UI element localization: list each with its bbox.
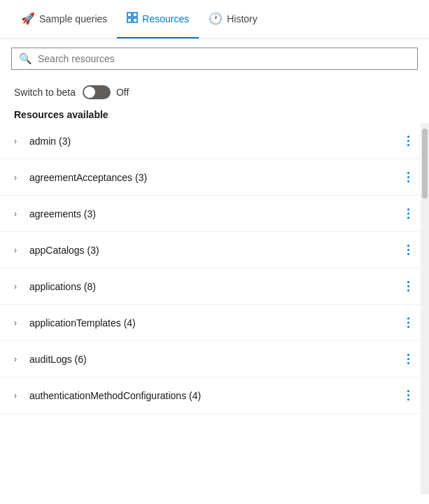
resources-list-container: › admin (3) › agreementAcceptances (3) ›… [0, 123, 429, 494]
resource-name: agreementAcceptances (3) [29, 172, 147, 183]
list-item[interactable]: › auditLogs (6) [0, 341, 421, 377]
svg-rect-0 [127, 13, 132, 17]
dot2 [407, 358, 409, 360]
search-input[interactable] [38, 53, 410, 64]
resource-name: appCatalogs (3) [29, 245, 99, 256]
dot3 [407, 398, 409, 401]
resource-name: agreements (3) [29, 208, 96, 219]
resource-left: › authenticationMethodConfigurations (4) [14, 390, 201, 401]
dot3 [407, 144, 409, 146]
dot1 [407, 390, 409, 392]
dot1 [407, 208, 409, 210]
beta-toggle[interactable] [83, 85, 111, 99]
svg-rect-3 [133, 18, 137, 22]
svg-rect-2 [127, 18, 132, 22]
tab-sample-queries[interactable]: 🚀 Sample queries [11, 0, 117, 38]
more-options-button[interactable] [403, 206, 414, 222]
list-item[interactable]: › appCatalogs (3) [0, 232, 421, 268]
resource-actions [403, 242, 416, 258]
resource-actions [403, 315, 416, 331]
more-options-button[interactable] [403, 169, 414, 185]
list-item[interactable]: › applicationTemplates (4) [0, 305, 421, 341]
scrollbar-thumb [422, 129, 428, 199]
tab-history[interactable]: 🕐 History [199, 0, 267, 38]
chevron-right-icon: › [14, 282, 24, 291]
resource-actions [403, 278, 416, 294]
dot3 [407, 326, 409, 328]
dot2 [407, 322, 409, 324]
chevron-right-icon: › [14, 391, 24, 401]
list-item[interactable]: › applications (8) [0, 268, 421, 305]
chevron-right-icon: › [14, 318, 24, 328]
resource-name: authenticationMethodConfigurations (4) [29, 390, 201, 401]
resource-name: auditLogs (6) [29, 354, 87, 365]
history-icon: 🕐 [209, 12, 223, 25]
beta-label: Switch to beta [14, 87, 76, 98]
more-options-button[interactable] [403, 351, 414, 367]
more-options-button[interactable] [403, 133, 414, 149]
toggle-container: Off [83, 85, 129, 99]
more-options-button[interactable] [403, 315, 414, 331]
resource-left: › applications (8) [14, 281, 96, 292]
dot2 [407, 213, 409, 215]
list-item[interactable]: › admin (3) [0, 123, 421, 159]
more-options-button[interactable] [403, 278, 414, 294]
dot1 [407, 317, 409, 319]
beta-row: Switch to beta Off [0, 78, 429, 103]
resource-actions [403, 169, 416, 185]
sample-queries-icon: 🚀 [21, 12, 35, 25]
list-item[interactable]: › authenticationMethodConfigurations (4) [0, 377, 421, 414]
dot3 [407, 253, 409, 255]
tab-resources-label: Resources [142, 13, 189, 24]
resource-name: applications (8) [29, 281, 96, 292]
resource-left: › agreements (3) [14, 208, 96, 219]
dot2 [407, 285, 409, 287]
resource-left: › applicationTemplates (4) [14, 317, 136, 329]
more-options-button[interactable] [403, 387, 414, 403]
resource-name: admin (3) [29, 136, 71, 147]
dot1 [407, 281, 409, 283]
dot2 [407, 176, 409, 178]
list-item[interactable]: › agreements (3) [0, 196, 421, 232]
scrollbar-track[interactable] [421, 123, 429, 494]
chevron-right-icon: › [14, 136, 24, 146]
resources-list: › admin (3) › agreementAcceptances (3) ›… [0, 123, 421, 494]
dot1 [407, 354, 409, 356]
dot3 [407, 217, 409, 219]
chevron-right-icon: › [14, 209, 24, 219]
dot2 [407, 394, 409, 396]
tab-resources[interactable]: Resources [117, 0, 199, 38]
resource-actions [403, 133, 416, 149]
dot2 [407, 249, 409, 251]
svg-rect-1 [133, 13, 137, 17]
toggle-state-label: Off [116, 87, 129, 98]
tab-bar: 🚀 Sample queries Resources 🕐 History [0, 0, 429, 39]
resource-left: › admin (3) [14, 136, 71, 147]
resource-left: › appCatalogs (3) [14, 245, 99, 256]
chevron-right-icon: › [14, 173, 24, 182]
resource-actions [403, 387, 416, 403]
tab-history-label: History [227, 13, 258, 24]
list-item[interactable]: › agreementAcceptances (3) [0, 159, 421, 196]
dot3 [407, 362, 409, 364]
search-bar: 🔍 [11, 48, 418, 70]
dot1 [407, 136, 409, 138]
toggle-knob [84, 87, 95, 98]
chevron-right-icon: › [14, 354, 24, 364]
resource-left: › agreementAcceptances (3) [14, 172, 147, 183]
resource-name: applicationTemplates (4) [29, 317, 136, 329]
more-options-button[interactable] [403, 242, 414, 258]
search-icon: 🔍 [19, 52, 32, 65]
dot1 [407, 172, 409, 174]
resources-icon [127, 12, 138, 26]
resource-actions [403, 351, 416, 367]
resources-heading: Resources available [0, 103, 429, 123]
dot2 [407, 140, 409, 142]
dot3 [407, 289, 409, 291]
chevron-right-icon: › [14, 245, 24, 255]
dot3 [407, 180, 409, 182]
resource-left: › auditLogs (6) [14, 354, 87, 365]
resource-actions [403, 206, 416, 222]
dot1 [407, 245, 409, 247]
tab-sample-queries-label: Sample queries [39, 13, 107, 24]
